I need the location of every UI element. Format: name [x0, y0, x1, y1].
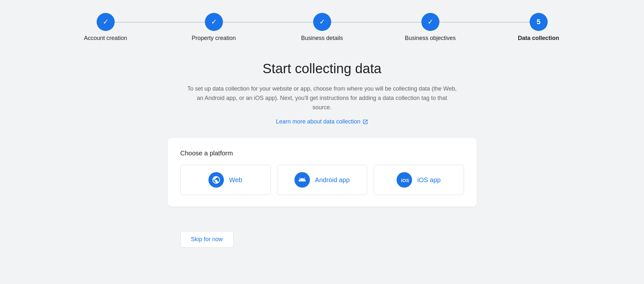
step-label-1: Account creation	[84, 35, 127, 42]
step-circle-5: 5	[530, 13, 548, 31]
step-label-5: Data collection	[518, 35, 559, 42]
platform-card: Choose a platform Web Android app	[168, 138, 477, 207]
skip-button[interactable]: Skip for now	[180, 231, 234, 248]
skip-wrapper: Skip for now	[168, 218, 477, 248]
platform-options: Web Android app iOS iOS app	[180, 165, 464, 195]
android-label: Android app	[315, 176, 350, 184]
svg-text:iOS: iOS	[401, 178, 409, 183]
step-circle-3: ✓	[313, 13, 331, 31]
checkmark-icon-2: ✓	[211, 18, 217, 26]
step-property-creation: ✓ Property creation	[160, 13, 268, 42]
checkmark-icon-3: ✓	[319, 18, 325, 26]
android-icon	[298, 175, 307, 184]
platform-ios-button[interactable]: iOS iOS app	[374, 165, 464, 195]
step-label-2: Property creation	[192, 35, 236, 42]
external-link-icon	[362, 119, 368, 125]
step-data-collection: 5 Data collection	[485, 13, 593, 42]
step-label-4: Business objectives	[405, 35, 456, 42]
learn-more-text: Learn more about data collection	[276, 118, 360, 125]
globe-icon	[212, 175, 221, 184]
ios-icon-circle: iOS	[397, 172, 412, 188]
learn-more-link[interactable]: Learn more about data collection	[276, 118, 368, 125]
step-label-3: Business details	[301, 35, 343, 42]
step-account-creation: ✓ Account creation	[52, 13, 160, 42]
step-circle-2: ✓	[205, 13, 223, 31]
step-circle-1: ✓	[97, 13, 115, 31]
stepper: ✓ Account creation ✓ Property creation ✓…	[32, 0, 612, 48]
checkmark-icon-4: ✓	[428, 18, 433, 26]
platform-android-button[interactable]: Android app	[277, 165, 367, 195]
web-icon-circle	[208, 172, 224, 188]
page-description: To set up data collection for your websi…	[187, 84, 457, 112]
main-content: Start collecting data To set up data col…	[161, 48, 483, 248]
page-title: Start collecting data	[263, 61, 381, 76]
step-business-details: ✓ Business details	[268, 13, 376, 42]
web-label: Web	[229, 176, 242, 184]
ios-icon: iOS	[400, 175, 409, 184]
android-icon-circle	[294, 172, 310, 188]
step-circle-4: ✓	[421, 13, 439, 31]
platform-section-title: Choose a platform	[180, 150, 464, 157]
ios-label: iOS app	[417, 176, 440, 184]
platform-web-button[interactable]: Web	[180, 165, 271, 195]
step-number-5: 5	[536, 18, 540, 26]
checkmark-icon-1: ✓	[103, 18, 109, 26]
step-business-objectives: ✓ Business objectives	[376, 13, 485, 42]
